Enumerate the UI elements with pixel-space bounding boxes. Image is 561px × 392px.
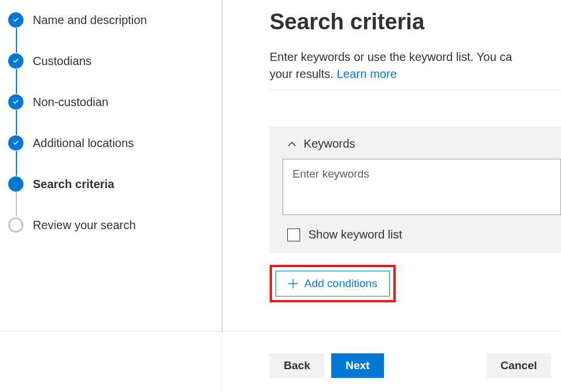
add-conditions-button[interactable]: Add conditions (276, 271, 390, 296)
step-connector (16, 151, 17, 176)
wizard-step-non-custodian[interactable]: Non-custodian (8, 94, 210, 110)
add-conditions-highlight: Add conditions (270, 265, 396, 302)
learn-more-link[interactable]: Learn more (336, 67, 396, 80)
step-connector (16, 192, 17, 217)
add-conditions-label: Add conditions (304, 277, 378, 290)
keywords-input[interactable] (283, 159, 561, 215)
wizard-step-label: Non-custodian (33, 96, 108, 109)
wizard-step-label: Custodians (33, 54, 91, 68)
wizard-step-list: Name and description Custodians Non-cust… (8, 12, 210, 233)
wizard-step-label: Review your search (33, 219, 136, 232)
pending-step-icon (8, 217, 23, 233)
step-connector (16, 69, 17, 94)
wizard-step-label: Additional locations (33, 137, 134, 150)
step-connector (16, 28, 17, 53)
current-step-icon (8, 176, 23, 192)
page-description: Enter keywords or use the keyword list. … (270, 49, 561, 83)
content-divider (270, 90, 561, 90)
show-keyword-list-row: Show keyword list (270, 217, 561, 253)
wizard-step-name-description[interactable]: Name and description (8, 12, 210, 28)
back-button[interactable]: Back (270, 353, 324, 378)
keywords-section-label: Keywords (304, 137, 355, 151)
wizard-step-additional-locations[interactable]: Additional locations (8, 135, 210, 151)
wizard-step-review[interactable]: Review your search (8, 217, 210, 233)
wizard-step-label: Search criteria (33, 178, 114, 191)
check-icon (8, 12, 23, 28)
main-content: Search criteria Enter keywords or use th… (223, 0, 561, 392)
sidebar-divider (222, 0, 222, 331)
wizard-sidebar: Name and description Custodians Non-cust… (0, 0, 223, 392)
wizard-step-label: Name and description (33, 13, 147, 27)
page-title: Search criteria (270, 9, 561, 35)
description-text-1: Enter keywords or use the keyword list. … (270, 50, 512, 63)
check-icon (8, 53, 23, 69)
cancel-button[interactable]: Cancel (487, 353, 551, 378)
wizard-footer: Back Next Cancel (270, 353, 551, 378)
step-connector (16, 110, 17, 135)
footer-divider (0, 331, 561, 332)
plus-icon (288, 278, 298, 289)
description-text-2: your results. (270, 67, 336, 80)
wizard-step-custodians[interactable]: Custodians (8, 53, 210, 69)
keywords-panel: Keywords Show keyword list (270, 127, 561, 253)
show-keyword-list-checkbox[interactable] (287, 229, 300, 241)
keywords-input-container (270, 159, 561, 217)
show-keyword-list-label: Show keyword list (308, 228, 402, 241)
check-icon (8, 94, 23, 110)
keywords-toggle-header[interactable]: Keywords (270, 127, 561, 159)
next-button[interactable]: Next (331, 353, 383, 378)
wizard-step-search-criteria[interactable]: Search criteria (8, 176, 210, 192)
chevron-up-icon (287, 139, 297, 149)
check-icon (8, 135, 23, 151)
